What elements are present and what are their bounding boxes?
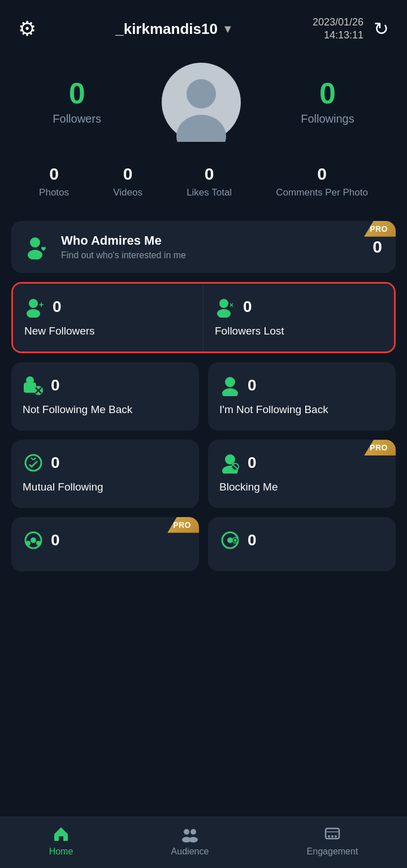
followers-lost-count: 0: [243, 298, 252, 316]
who-admires-subtitle: Find out who's interested in me: [61, 250, 186, 261]
photos-stat[interactable]: 0 Photos: [39, 164, 69, 198]
last-left-top: 0: [23, 530, 188, 551]
new-followers-icon: +: [24, 296, 46, 318]
profile-section: 0 Followers 0 Followings: [0, 51, 407, 159]
svg-point-6: [27, 309, 40, 318]
nav-engagement-label: Engagement: [307, 847, 358, 857]
nav-home-label: Home: [49, 847, 73, 857]
im-not-following-count: 0: [248, 376, 257, 394]
new-followers-label: New Followers: [24, 324, 192, 338]
followings-stat[interactable]: 0 Followings: [301, 79, 354, 125]
nav-audience[interactable]: Audience: [171, 825, 209, 857]
not-following-me-count: 0: [51, 376, 60, 394]
refresh-icon[interactable]: ↻: [374, 18, 389, 40]
pro-badge: PRO: [364, 221, 396, 237]
photos-count: 0: [49, 164, 59, 184]
nav-audience-label: Audience: [171, 847, 209, 857]
pro-badge-blocking: PRO: [364, 440, 396, 455]
svg-point-9: [217, 309, 231, 318]
last-right-icon: [219, 530, 241, 551]
username-text: _kirkmandis10: [115, 20, 218, 38]
photos-label: Photos: [39, 187, 69, 198]
svg-point-39: [335, 835, 337, 837]
admires-icon: [25, 235, 50, 259]
pro-badge-last-left: PRO: [167, 517, 199, 533]
mutual-following-icon: [23, 452, 44, 474]
blocking-me-card[interactable]: PRO 0 Blocking Me: [208, 440, 396, 508]
gear-icon[interactable]: ⚙: [18, 17, 36, 41]
svg-point-27: [36, 541, 41, 545]
mutual-following-card[interactable]: 0 Mutual Following: [11, 440, 199, 508]
im-not-following-label: I'm Not Following Back: [219, 403, 384, 417]
engagement-icon: [323, 825, 341, 843]
im-not-following-top: 0: [219, 375, 384, 396]
mutual-top: 0: [23, 452, 188, 474]
not-following-grid: 0 Not Following Me Back 0 I'm Not Follow…: [11, 362, 396, 431]
svg-point-17: [222, 388, 238, 396]
highlighted-cards-wrapper: + 0 New Followers × 0 Followers Lost: [11, 282, 396, 354]
svg-point-1: [187, 79, 216, 108]
not-following-back-icon: [23, 375, 44, 396]
svg-point-8: [219, 299, 228, 308]
not-following-me-label: Not Following Me Back: [23, 403, 188, 417]
svg-point-32: [184, 829, 189, 835]
who-admires-count: 0: [373, 237, 382, 257]
svg-point-19: [225, 454, 235, 465]
svg-point-38: [331, 835, 334, 837]
avatar-svg: [162, 63, 241, 142]
last-card-left[interactable]: PRO 0: [11, 517, 199, 571]
header-right: 2023/01/26 14:13:11 ↻: [313, 16, 389, 42]
followers-lost-icon: ×: [215, 296, 236, 318]
mutual-label: Mutual Following: [23, 480, 188, 494]
last-card-right[interactable]: 0: [208, 517, 396, 571]
highlighted-grid: + 0 New Followers × 0 Followers Lost: [13, 284, 394, 352]
svg-point-12: [26, 376, 34, 384]
last-right-top: 0: [219, 530, 384, 551]
blocking-top: 0: [219, 452, 384, 474]
last-grid: PRO 0 0: [11, 517, 396, 571]
who-admires-card[interactable]: Who Admires Me Find out who's interested…: [11, 221, 396, 273]
svg-point-31: [234, 539, 237, 541]
comments-label: Comments Per Photo: [276, 187, 368, 198]
comments-count: 0: [317, 164, 327, 184]
mini-stats-bar: 0 Photos 0 Videos 0 Likes Total 0 Commen…: [0, 159, 407, 215]
who-admires-title: Who Admires Me: [61, 233, 186, 248]
mutual-count: 0: [51, 454, 60, 472]
followers-lost-label: Followers Lost: [215, 324, 383, 338]
comments-stat[interactable]: 0 Comments Per Photo: [276, 164, 368, 198]
followings-label: Followings: [301, 112, 354, 125]
new-followers-count: 0: [53, 298, 62, 316]
blocking-me-icon: [219, 452, 241, 474]
not-following-me-back-card[interactable]: 0 Not Following Me Back: [11, 362, 199, 431]
username-dropdown[interactable]: _kirkmandis10 ▼: [115, 20, 233, 38]
videos-count: 0: [123, 164, 133, 184]
svg-point-25: [31, 537, 36, 543]
likes-count: 0: [205, 164, 214, 184]
chevron-down-icon: ▼: [222, 23, 233, 36]
header: ⚙ _kirkmandis10 ▼ 2023/01/26 14:13:11 ↻: [0, 0, 407, 51]
videos-stat[interactable]: 0 Videos: [113, 164, 142, 198]
svg-point-18: [25, 455, 41, 471]
new-followers-top: + 0: [24, 296, 192, 318]
im-not-following-icon: [219, 375, 241, 396]
svg-point-3: [30, 237, 40, 248]
followers-lost-top: × 0: [215, 296, 383, 318]
cards-container: Who Admires Me Find out who's interested…: [0, 215, 407, 577]
likes-stat[interactable]: 0 Likes Total: [187, 164, 232, 198]
followers-label: Followers: [53, 112, 101, 125]
followers-lost-card[interactable]: × 0 Followers Lost: [204, 284, 394, 352]
nav-engagement[interactable]: Engagement: [307, 825, 358, 857]
blocking-label: Blocking Me: [219, 480, 384, 494]
svg-point-4: [28, 250, 42, 259]
mutual-blocking-grid: 0 Mutual Following PRO 0 Blocking Me: [11, 440, 396, 508]
followers-stat[interactable]: 0 Followers: [53, 79, 101, 125]
followers-count: 0: [69, 79, 85, 108]
who-admires-left: Who Admires Me Find out who's interested…: [25, 233, 186, 261]
new-followers-card[interactable]: + 0 New Followers: [13, 284, 204, 352]
avatar[interactable]: [162, 63, 241, 142]
im-not-following-back-card[interactable]: 0 I'm Not Following Back: [208, 362, 396, 431]
svg-point-16: [225, 377, 235, 387]
videos-label: Videos: [113, 187, 142, 198]
nav-home[interactable]: Home: [49, 825, 73, 857]
audience-icon: [181, 825, 199, 843]
